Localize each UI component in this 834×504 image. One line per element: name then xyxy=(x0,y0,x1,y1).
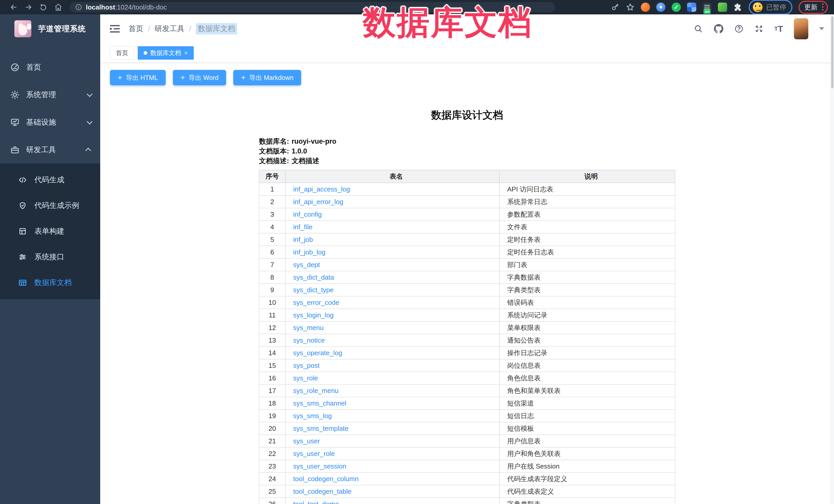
extension-icon-2[interactable] xyxy=(656,3,665,12)
table-name-link[interactable]: tool_test_demo xyxy=(293,500,339,504)
breadcrumb-dev-tools[interactable]: 研发工具 xyxy=(155,24,184,34)
extension-icon-6[interactable] xyxy=(718,3,727,12)
table-name-link[interactable]: sys_post xyxy=(293,361,320,369)
table-name-link[interactable]: sys_notice xyxy=(293,336,325,344)
breadcrumb-home[interactable]: 首页 xyxy=(129,24,144,34)
row-index: 19 xyxy=(259,410,285,422)
sidebar-item-form-builder[interactable]: 表单构建 xyxy=(0,218,100,244)
avatar[interactable] xyxy=(794,18,808,39)
sidebar-item-system-api[interactable]: 系统接口 xyxy=(0,244,100,270)
bookmark-star-icon[interactable] xyxy=(626,3,635,12)
help-icon[interactable] xyxy=(734,24,744,34)
export-button[interactable]: + 导出 Markdown xyxy=(233,70,301,85)
key-icon[interactable] xyxy=(611,3,620,12)
sidebar-item-code-generation-example[interactable]: 代码生成示例 xyxy=(0,193,100,218)
sidebar-item-code-generation[interactable]: 代码生成 xyxy=(0,167,100,193)
row-description: 用户信息表 xyxy=(500,435,675,447)
row-index: 18 xyxy=(259,397,285,410)
chevron-down-icon xyxy=(87,118,93,125)
table-name-link[interactable]: sys_dict_type xyxy=(293,286,334,294)
extension-icon-4[interactable] xyxy=(687,3,696,12)
back-icon[interactable] xyxy=(6,3,21,11)
row-description: 系统访问记录 xyxy=(500,309,675,322)
row-index: 25 xyxy=(259,485,285,498)
collapse-sidebar-icon[interactable] xyxy=(110,25,120,33)
table-name-link[interactable]: sys_user xyxy=(293,437,320,445)
forward-icon[interactable] xyxy=(21,3,36,11)
table-name-link[interactable]: sys_operate_log xyxy=(293,349,342,357)
extension-icon-1[interactable] xyxy=(641,3,650,12)
table-name-link[interactable]: sys_login_log xyxy=(293,311,334,319)
dev-tools-submenu: 代码生成 代码生成示例 表单构建 xyxy=(0,163,100,299)
tab-label: 数据库文档 xyxy=(150,49,181,57)
row-description: 定时任务日志表 xyxy=(500,246,675,259)
row-index: 22 xyxy=(259,447,285,460)
table-name-link[interactable]: inf_job xyxy=(293,236,313,243)
table-name-link[interactable]: inf_job_log xyxy=(293,248,326,256)
font-size-icon[interactable]: TT xyxy=(774,24,783,34)
meta-line: 数据库名:ruoyi-vue-pro xyxy=(259,136,675,146)
app-logo-row: 芋道管理系统 xyxy=(0,15,100,43)
browser-menu-icon[interactable] xyxy=(822,3,824,12)
table-name-link[interactable]: sys_user_role xyxy=(293,450,335,458)
table-row: 18 sys_sms_channel 短信渠道 xyxy=(259,397,675,410)
table-name-link[interactable]: tool_codegen_table xyxy=(293,487,351,495)
site-info-icon[interactable] xyxy=(75,4,82,11)
row-index: 2 xyxy=(259,196,285,208)
table-name-link[interactable]: sys_dict_data xyxy=(293,273,334,281)
sidebar-item-label: 系统管理 xyxy=(26,90,56,100)
reload-icon[interactable] xyxy=(36,3,51,11)
chevron-down-icon xyxy=(87,91,93,97)
table-name-link[interactable]: inf_api_access_log xyxy=(293,185,350,193)
home-icon[interactable] xyxy=(51,3,66,11)
sidebar-item-db-doc[interactable]: 数据库文档 xyxy=(0,270,100,295)
row-index: 1 xyxy=(259,183,285,196)
sidebar-item-dev-tools[interactable]: 研发工具 xyxy=(0,136,100,163)
table-name-link[interactable]: inf_api_error_log xyxy=(293,198,343,205)
table-name-link[interactable]: inf_config xyxy=(293,211,322,218)
table-name-link[interactable]: inf_file xyxy=(293,223,312,231)
table-row: 8 sys_dict_data 字典数据表 xyxy=(259,271,675,284)
chrome-update-button[interactable]: 更新 xyxy=(798,1,828,14)
table-name-link[interactable]: sys_menu xyxy=(293,324,324,332)
table-name-link[interactable]: sys_error_code xyxy=(293,299,339,306)
table-name-link[interactable]: sys_role_menu xyxy=(293,387,338,395)
extensions-puzzle-icon[interactable] xyxy=(733,3,743,12)
tab-home[interactable]: 首页 xyxy=(110,46,134,60)
github-icon[interactable] xyxy=(714,24,724,34)
sidebar-item-infrastructure[interactable]: 基础设施 xyxy=(0,108,100,136)
tab-label: 首页 xyxy=(116,49,128,57)
user-caret-down-icon[interactable] xyxy=(819,27,824,30)
table-name-link[interactable]: sys_sms_channel xyxy=(293,399,346,407)
table-name-link[interactable]: sys_sms_template xyxy=(293,424,348,432)
scrollbar-thumb[interactable] xyxy=(831,17,833,88)
shield-check-icon xyxy=(18,201,28,210)
row-description: 代码生成表定义 xyxy=(500,485,675,498)
table-name-link[interactable]: sys_dept xyxy=(293,261,320,268)
sidebar-item-home[interactable]: 首页 xyxy=(0,53,100,81)
export-button[interactable]: + 导出 Word xyxy=(173,70,226,85)
page-scrollbar[interactable] xyxy=(830,15,834,504)
extension-icon-3[interactable]: ✓ xyxy=(672,3,681,12)
tab-db-doc[interactable]: 数据库文档 × xyxy=(138,46,194,60)
table-name-link[interactable]: sys_sms_log xyxy=(293,412,332,420)
table-row: 4 inf_file 文件表 xyxy=(259,221,675,233)
row-description: 参数配置表 xyxy=(500,208,675,221)
row-index: 9 xyxy=(259,284,285,296)
translate-paused-badge[interactable]: 已暂停 xyxy=(749,0,792,15)
table-name-link[interactable]: tool_codegen_column xyxy=(293,475,358,483)
extension-icon-5[interactable]: on xyxy=(702,3,712,12)
sidebar-item-system-management[interactable]: 系统管理 xyxy=(0,81,100,108)
table-name-link[interactable]: sys_role xyxy=(293,374,318,382)
plus-icon: + xyxy=(181,74,185,82)
search-icon[interactable] xyxy=(694,24,703,34)
meta-label: 数据库名: xyxy=(259,137,289,145)
annotation-overlay-title: 数据库文档 xyxy=(363,1,532,45)
row-description: 用户在线 Session xyxy=(500,460,675,473)
tab-close-icon[interactable]: × xyxy=(184,50,188,56)
table-name-link[interactable]: sys_user_session xyxy=(293,462,346,470)
row-index: 20 xyxy=(259,422,285,435)
fullscreen-icon[interactable] xyxy=(754,24,764,34)
row-index: 5 xyxy=(259,233,285,246)
export-button[interactable]: + 导出 HTML xyxy=(110,70,166,85)
